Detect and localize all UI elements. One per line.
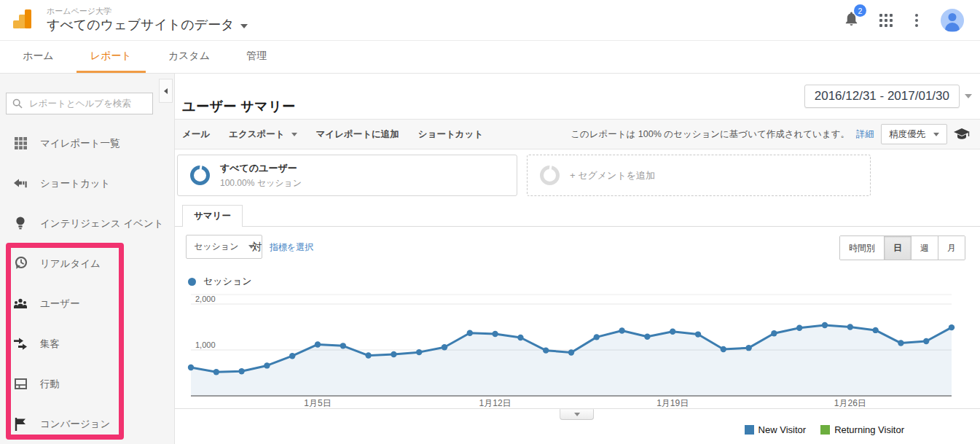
chart-point[interactable]	[264, 362, 270, 368]
sidebar-item-conversions[interactable]: コンバージョン	[0, 404, 173, 444]
sidebar-item-label: リアルタイム	[40, 257, 101, 270]
segment-donut-icon	[540, 165, 560, 185]
add-to-dashboard-button[interactable]: マイレポートに追加	[316, 128, 399, 141]
series-legend-label: セッション	[203, 275, 252, 288]
chevron-down-icon	[933, 133, 939, 136]
chart-point[interactable]	[644, 334, 650, 340]
chart-point[interactable]	[340, 343, 346, 348]
chart-point[interactable]	[517, 335, 523, 340]
sampling-details-link[interactable]: 詳細	[856, 128, 874, 141]
chevron-down-icon	[574, 413, 580, 416]
chart-point[interactable]	[721, 346, 726, 352]
chart-point[interactable]	[492, 331, 498, 337]
export-label: エクスポート	[229, 128, 284, 141]
chart-point[interactable]	[365, 352, 371, 358]
precision-mode-label: 精度優先	[889, 128, 925, 141]
chart-point[interactable]	[619, 327, 624, 333]
chart-point[interactable]	[745, 345, 751, 351]
chevron-down-icon	[291, 133, 297, 136]
chart-point[interactable]	[796, 325, 802, 331]
search-input[interactable]	[28, 98, 146, 109]
acquisition-arrows-icon	[13, 338, 28, 350]
chart-point[interactable]	[188, 365, 194, 370]
sessions-chart[interactable]: 1,0002,0001月5日1月12日1月19日1月26日	[175, 290, 980, 410]
granularity-button-group: 時間別 日 週 月	[839, 235, 965, 260]
export-button[interactable]: エクスポート	[229, 128, 297, 141]
segment-all-users[interactable]: すべてのユーザー 100.00% セッション	[177, 155, 517, 196]
dashboards-grid-icon	[13, 137, 28, 149]
legend-new-visitor: New Visitor	[745, 424, 807, 435]
tab-summary[interactable]: サマリー	[182, 205, 243, 227]
chart-point[interactable]	[872, 327, 878, 333]
collapse-arrow-icon	[164, 88, 168, 94]
sidebar-collapse-button[interactable]	[159, 79, 173, 103]
chart-point[interactable]	[238, 368, 244, 374]
svg-text:1月19日: 1月19日	[656, 398, 689, 408]
chart-point[interactable]	[416, 349, 422, 355]
account-selector[interactable]: ホームページ大学 すべてのウェブサイトのデータ	[47, 7, 248, 34]
sidebar-item-realtime[interactable]: リアルタイム	[0, 244, 173, 284]
granularity-day-button[interactable]: 日	[884, 236, 911, 260]
chart-point[interactable]	[391, 351, 396, 357]
chart-point[interactable]	[568, 349, 574, 355]
chart-point[interactable]	[898, 340, 903, 346]
metric-dropdown[interactable]: セッション	[186, 235, 262, 259]
precision-mode-dropdown[interactable]: 精度優先	[881, 124, 947, 144]
chart-expander-button[interactable]	[560, 409, 594, 420]
chart-point[interactable]	[442, 344, 447, 350]
sidebar-item-intelligence[interactable]: インテリジェンス イベント	[0, 203, 173, 244]
more-menu-button[interactable]	[912, 14, 921, 27]
chart-point[interactable]	[670, 329, 675, 335]
add-segment-button[interactable]: + セグメントを追加	[527, 155, 871, 196]
email-button[interactable]: メール	[182, 128, 210, 141]
tab-reports[interactable]: レポート	[77, 41, 146, 73]
main-nav: ホーム レポート カスタム 管理	[0, 41, 980, 74]
notifications-button[interactable]: 2	[843, 9, 860, 31]
chart-point[interactable]	[543, 347, 549, 353]
user-avatar[interactable]	[941, 9, 964, 32]
sidebar-item-behavior[interactable]: 行動	[0, 364, 173, 404]
granularity-month-button[interactable]: 月	[938, 236, 965, 260]
date-range-selector[interactable]: 2016/12/31 - 2017/01/30	[804, 85, 972, 108]
chart-point[interactable]	[695, 331, 701, 337]
chart-point[interactable]	[315, 341, 321, 347]
select-metric-link[interactable]: 指標を選択	[270, 241, 313, 254]
tab-admin[interactable]: 管理	[232, 41, 281, 73]
chart-point[interactable]	[923, 338, 929, 344]
sidebar-item-label: 行動	[40, 378, 60, 391]
svg-text:2,000: 2,000	[195, 295, 216, 303]
apps-grid-button[interactable]	[879, 14, 893, 27]
chart-point[interactable]	[771, 330, 777, 336]
tab-home[interactable]: ホーム	[9, 41, 68, 73]
chart-point[interactable]	[213, 369, 219, 375]
vs-label: 対	[252, 241, 262, 254]
chart-point[interactable]	[847, 324, 853, 330]
tab-custom[interactable]: カスタム	[154, 41, 224, 73]
chart-point[interactable]	[949, 324, 954, 330]
legend-returning-visitor: Returning Visitor	[820, 424, 904, 435]
granularity-hourly-button[interactable]: 時間別	[840, 236, 884, 260]
conversions-flag-icon	[13, 418, 28, 431]
returning-visitor-swatch-icon	[820, 425, 830, 435]
chart-point[interactable]	[594, 334, 600, 340]
chart-point[interactable]	[289, 353, 295, 359]
granularity-week-button[interactable]: 週	[911, 236, 938, 260]
sidebar-item-audience[interactable]: ユーザー	[0, 284, 173, 324]
google-analytics-app: ホームページ大学 すべてのウェブサイトのデータ 2	[0, 0, 980, 444]
sidebar-item-dashboards[interactable]: マイレポート一覧	[0, 123, 173, 163]
shortcut-button[interactable]: ショートカット	[418, 128, 483, 141]
sidebar-item-shortcuts[interactable]: ショートカット	[0, 163, 173, 203]
graduation-cap-icon[interactable]	[954, 128, 970, 141]
chart-point[interactable]	[467, 330, 473, 335]
shortcut-arrow-icon	[13, 179, 28, 188]
account-name: ホームページ大学	[47, 7, 248, 16]
report-main: ユーザー サマリー 2016/12/31 - 2017/01/30 メール エク…	[175, 74, 980, 444]
legend-label: New Visitor	[758, 424, 807, 435]
intelligence-bulb-icon	[13, 217, 28, 230]
series-dot-icon	[188, 278, 196, 286]
visitor-type-legend: New Visitor Returning Visitor	[745, 424, 904, 435]
report-action-bar: メール エクスポート マイレポートに追加 ショートカット このレポートは 100…	[175, 119, 980, 149]
svg-text:1月26日: 1月26日	[834, 398, 866, 408]
chart-point[interactable]	[822, 322, 828, 328]
sidebar-item-acquisition[interactable]: 集客	[0, 324, 173, 364]
